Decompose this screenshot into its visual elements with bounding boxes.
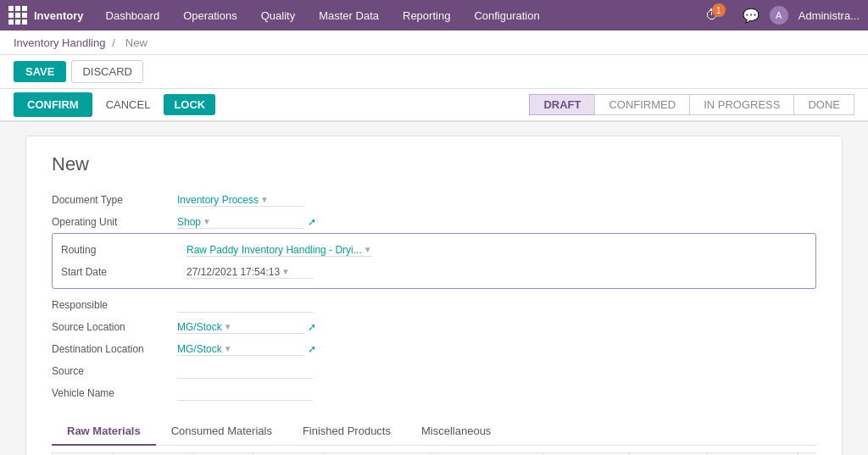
operating-unit-arrow: ▼ (203, 217, 211, 226)
start-date-text: 27/12/2021 17:54:13 (186, 266, 280, 278)
source-location-ext-link[interactable]: ➚ (308, 321, 316, 333)
vehicle-name-row: Vehicle Name (52, 382, 816, 404)
destination-location-arrow: ▼ (224, 344, 232, 353)
breadcrumb-separator: / (112, 36, 115, 49)
operating-unit-row: Operating Unit Shop ▼ ➚ (52, 211, 816, 233)
source-location-row: Source Location MG/Stock ▼ ➚ (52, 316, 816, 338)
document-type-select-wrapper[interactable]: Inventory Process ▼ (177, 194, 304, 207)
operating-unit-ext-link[interactable]: ➚ (308, 216, 316, 228)
user-avatar[interactable]: A (770, 6, 788, 25)
responsible-input[interactable] (177, 297, 313, 313)
responsible-value[interactable] (177, 297, 816, 313)
tab-consumed-materials[interactable]: Consumed Materials (156, 418, 287, 446)
start-date-row: Start Date 27/12/2021 17:54:13 ▼ (61, 261, 807, 283)
tab-finished-products[interactable]: Finished Products (287, 418, 406, 446)
vehicle-name-value (177, 386, 816, 401)
nav-operations[interactable]: Operations (178, 6, 242, 25)
user-name[interactable]: Administra... (798, 9, 860, 22)
nav-configuration[interactable]: Configuration (469, 6, 544, 25)
nav-master-data[interactable]: Master Data (314, 6, 384, 25)
destination-location-value: MG/Stock ▼ ➚ (177, 343, 816, 356)
start-date-select-wrapper[interactable]: 27/12/2021 17:54:13 ▼ (186, 266, 314, 279)
discard-button[interactable]: DISCARD (71, 60, 143, 83)
source-location-arrow: ▼ (224, 322, 232, 331)
destination-location-row: Destination Location MG/Stock ▼ ➚ (52, 338, 816, 360)
grid-icon (8, 6, 27, 25)
main-content: New Document Type Inventory Process ▼ Op… (0, 122, 868, 455)
nav-reporting[interactable]: Reporting (398, 6, 455, 25)
status-draft[interactable]: DRAFT (529, 94, 594, 115)
source-input[interactable] (177, 363, 313, 379)
document-type-arrow: ▼ (260, 195, 269, 204)
breadcrumb: Inventory Handling / New (0, 31, 868, 55)
brand-label: Inventory (34, 9, 84, 22)
status-confirmed[interactable]: CONFIRMED (594, 94, 689, 115)
start-date-value: 27/12/2021 17:54:13 ▼ (186, 266, 807, 279)
breadcrumb-current: New (125, 36, 147, 49)
table-container: Product Material Type Source Destination… (52, 446, 816, 455)
navbar-right: ⏱ 1 💬 A Administra... (705, 6, 860, 25)
start-date-arrow: ▼ (281, 267, 290, 276)
responsible-label: Responsible (52, 299, 170, 311)
routing-arrow: ▼ (364, 245, 372, 254)
form-title: New (52, 153, 816, 175)
cancel-button[interactable]: CANCEL (97, 94, 159, 115)
operating-unit-value: Shop ▼ ➚ (177, 216, 816, 229)
routing-row: Routing Raw Paddy Inventory Handling - D… (61, 239, 807, 261)
destination-location-text: MG/Stock (177, 343, 222, 355)
destination-location-select-wrapper[interactable]: MG/Stock ▼ (177, 343, 304, 356)
nav-dashboard[interactable]: Dashboard (101, 6, 165, 25)
document-type-value: Inventory Process ▼ (177, 194, 816, 207)
source-label: Source (52, 365, 170, 377)
operating-unit-select-wrapper[interactable]: Shop ▼ (177, 216, 304, 229)
navbar-menu: Dashboard Operations Quality Master Data… (101, 6, 688, 25)
routing-startdate-box: Routing Raw Paddy Inventory Handling - D… (52, 233, 816, 289)
action-bar2-left: CONFIRM CANCEL LOCK (14, 92, 215, 117)
tab-raw-materials[interactable]: Raw Materials (52, 418, 156, 446)
brand[interactable]: Inventory (8, 6, 84, 25)
vehicle-name-input[interactable] (177, 386, 313, 401)
routing-label: Routing (61, 244, 180, 256)
action-bar-1: SAVE DISCARD (0, 55, 868, 89)
source-value (177, 363, 816, 379)
notif-badge: 1 (712, 3, 726, 17)
lock-button[interactable]: LOCK (164, 94, 215, 115)
routing-select-wrapper[interactable]: Raw Paddy Inventory Handling - Dryi... ▼ (186, 244, 372, 257)
operating-unit-label: Operating Unit (52, 216, 170, 228)
form-card: New Document Type Inventory Process ▼ Op… (25, 136, 843, 455)
document-type-label: Document Type (52, 194, 170, 206)
status-in-progress[interactable]: IN PROGRESS (689, 94, 793, 115)
notification-area: ⏱ 1 (705, 8, 732, 23)
source-location-text: MG/Stock (177, 321, 222, 333)
source-row: Source (52, 360, 816, 382)
save-button[interactable]: SAVE (14, 61, 66, 82)
nav-quality[interactable]: Quality (256, 6, 300, 25)
document-type-text: Inventory Process (177, 194, 259, 206)
destination-location-ext-link[interactable]: ➚ (308, 343, 316, 355)
routing-value: Raw Paddy Inventory Handling - Dryi... ▼ (186, 244, 807, 257)
action-bar-2: CONFIRM CANCEL LOCK DRAFT CONFIRMED IN P… (0, 89, 868, 122)
chat-icon[interactable]: 💬 (743, 8, 760, 24)
responsible-row: Responsible (52, 294, 816, 316)
tab-miscellaneous[interactable]: Miscellaneous (406, 418, 506, 446)
start-date-label: Start Date (61, 266, 180, 278)
vehicle-name-label: Vehicle Name (52, 387, 170, 399)
source-location-value: MG/Stock ▼ ➚ (177, 321, 816, 334)
tabs: Raw Materials Consumed Materials Finishe… (52, 418, 816, 446)
confirm-button[interactable]: CONFIRM (14, 92, 92, 117)
routing-text: Raw Paddy Inventory Handling - Dryi... (186, 244, 362, 256)
operating-unit-text: Shop (177, 216, 201, 228)
status-done[interactable]: DONE (793, 94, 854, 115)
navbar: Inventory Dashboard Operations Quality M… (0, 0, 868, 31)
source-location-label: Source Location (52, 321, 170, 333)
status-steps: DRAFT CONFIRMED IN PROGRESS DONE (529, 94, 854, 115)
breadcrumb-parent[interactable]: Inventory Handling (14, 36, 105, 49)
destination-location-label: Destination Location (52, 343, 170, 355)
document-type-row: Document Type Inventory Process ▼ (52, 189, 816, 211)
source-location-select-wrapper[interactable]: MG/Stock ▼ (177, 321, 304, 334)
